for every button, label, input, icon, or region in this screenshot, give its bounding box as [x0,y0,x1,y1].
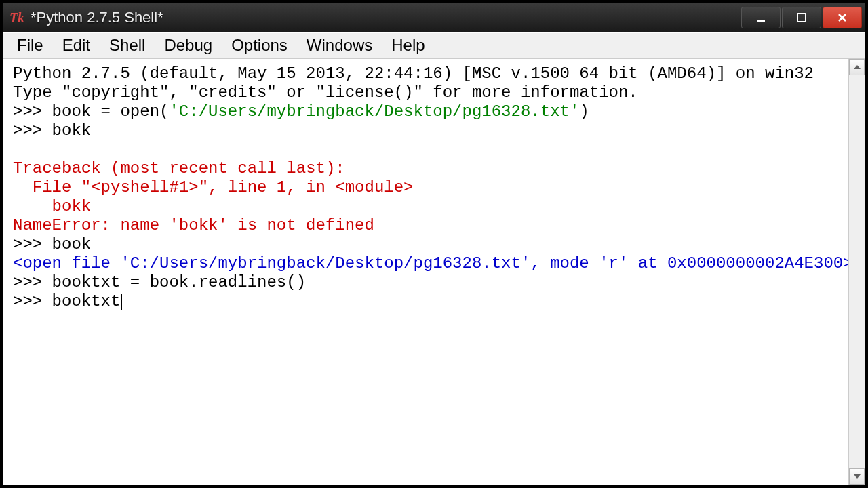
close-icon [837,12,848,23]
window-title: *Python 2.7.5 Shell* [31,9,163,26]
svg-rect-1 [797,14,806,22]
menu-edit[interactable]: Edit [53,33,100,58]
menu-file[interactable]: File [7,33,53,58]
code-text: booktxt = book.readlines() [52,273,306,291]
prompt: >>> [13,273,52,291]
scroll-up-button[interactable] [849,59,865,75]
menu-debug[interactable]: Debug [155,33,222,58]
prompt: >>> [13,235,52,253]
traceback-line: bokk [13,197,91,216]
traceback-line: File "<pyshell#1>", line 1, in <module> [13,178,414,197]
vertical-scrollbar[interactable] [848,59,865,485]
titlebar[interactable]: Tk *Python 2.7.5 Shell* [3,3,865,32]
traceback-line: Traceback (most recent call last): [13,159,345,178]
minimize-icon [755,12,766,23]
text-cursor [121,294,122,310]
output-line: <open file 'C:/Users/mybringback/Desktop… [13,254,848,272]
close-button[interactable] [823,7,862,28]
app-icon: Tk [9,9,25,26]
maximize-icon [796,12,807,23]
chevron-down-icon [854,474,861,479]
code-text: ) [579,102,589,121]
menu-shell[interactable]: Shell [100,33,155,58]
string-literal: 'C:/Users/mybringback/Desktop/pg16328.tx… [169,102,579,121]
app-window: Tk *Python 2.7.5 Shell* File Edit Shell … [3,3,865,485]
menu-windows[interactable]: Windows [297,33,382,58]
code-text: book = open( [52,102,170,121]
prompt: >>> [13,121,52,140]
maximize-button[interactable] [782,7,821,28]
banner-line: Type "copyright", "credits" or "license(… [13,83,638,102]
window-controls [741,7,862,28]
scroll-down-button[interactable] [849,468,865,485]
code-text: bokk [52,121,92,140]
menubar: File Edit Shell Debug Options Windows He… [3,32,865,59]
menu-options[interactable]: Options [222,33,297,58]
content-area: Python 2.7.5 (default, May 15 2013, 22:4… [3,59,865,485]
code-text: book [52,235,92,253]
menu-help[interactable]: Help [382,33,434,58]
banner-line: Python 2.7.5 (default, May 15 2013, 22:4… [13,64,814,83]
minimize-button[interactable] [741,7,781,28]
prompt: >>> [13,292,52,310]
scroll-track[interactable] [849,75,865,468]
shell-text-area[interactable]: Python 2.7.5 (default, May 15 2013, 22:4… [3,59,848,485]
chevron-up-icon [854,65,861,69]
traceback-line: NameError: name 'bokk' is not defined [13,216,374,235]
prompt: >>> [13,102,52,121]
svg-rect-0 [757,20,765,22]
code-text: booktxt [52,292,121,310]
